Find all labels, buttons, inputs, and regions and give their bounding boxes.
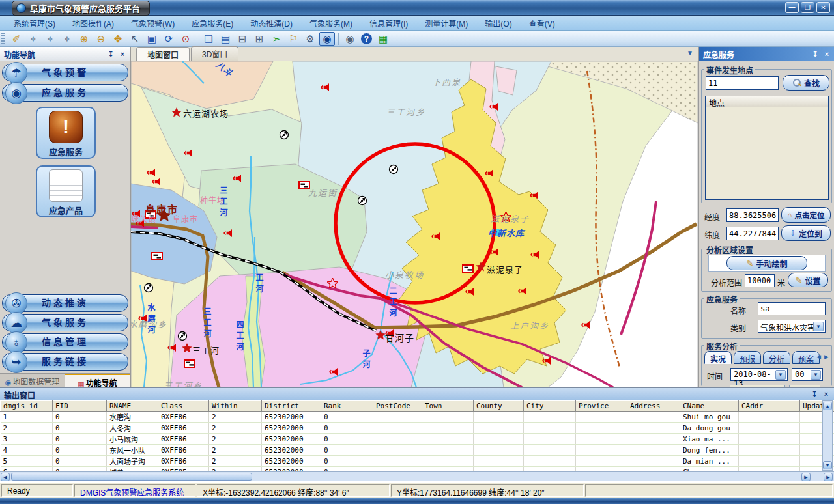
set-range-button[interactable]: ✎ 设置 — [788, 273, 828, 287]
service-type-select[interactable]: 气象和洪水灾害 ▼ — [758, 320, 826, 333]
sidebar-item-dynamic-deduction[interactable]: ✇ 动态推演 — [2, 294, 128, 312]
table-row[interactable]: 10水磨沟0XFF8626523020000Shui mo gou — [1, 412, 834, 423]
settings-icon[interactable]: ⚙ — [302, 32, 318, 46]
service-name-input[interactable] — [758, 302, 826, 315]
map-canvas[interactable]: 八斗 六运湖农场 三工河乡 下西泉 九运街 阜康市 城关镇 阜康市 种牛场 滋泥… — [131, 61, 698, 387]
scroll-right-icon[interactable]: ▶ — [801, 473, 811, 481]
table-column-header[interactable]: PostCode — [373, 401, 422, 412]
station-flag-icon[interactable] — [463, 265, 473, 272]
table-column-header[interactable]: Provice — [576, 401, 627, 412]
tab-plan[interactable]: 预案 — [792, 351, 820, 364]
scrollbar-thumb[interactable] — [11, 473, 252, 481]
monitor-station-icon[interactable] — [358, 197, 367, 205]
scroll-corner-icon[interactable]: ▶ — [824, 473, 833, 481]
tab-map-window[interactable]: 地图窗口 — [136, 47, 190, 61]
pin-icon[interactable]: ↧ — [810, 49, 820, 59]
help-icon[interactable]: ? — [361, 33, 372, 44]
table-column-header[interactable]: RNAME — [107, 401, 158, 412]
table-column-header[interactable]: CName — [680, 401, 739, 412]
table-row[interactable]: 40东风一小队0XFF8626523020000Dong fen... — [1, 445, 834, 456]
select-by-rect-icon[interactable]: ⌖ — [25, 32, 41, 46]
sidebar-item-info-management[interactable]: ♁ 信息管理 — [2, 333, 128, 351]
click-locate-button[interactable]: ⌂ 点击定位 — [781, 207, 831, 223]
tab-scroll-left-icon[interactable]: ◀ — [816, 354, 821, 360]
table-column-header[interactable]: Address — [627, 401, 680, 412]
menu-item[interactable]: 地图操作(A) — [64, 16, 122, 30]
station-flag-icon[interactable] — [184, 360, 195, 367]
sidebar-item-service-links[interactable]: ➥ 服务链接 — [2, 353, 128, 371]
tab-map-data-management[interactable]: ◉地图数据管理 — [0, 374, 65, 387]
location-list[interactable]: 地点 — [705, 96, 829, 200]
menu-item[interactable]: 应急服务(E) — [183, 16, 242, 30]
tab-3d-window[interactable]: 3D窗口 — [191, 46, 238, 61]
monitor-station-icon[interactable] — [390, 165, 398, 174]
sidebar-group-emergency-service[interactable]: ◉ 应急服务 — [2, 84, 128, 102]
station-flag-icon[interactable] — [145, 211, 156, 218]
restore-button[interactable]: ❐ — [801, 2, 814, 13]
close-icon[interactable]: × — [822, 49, 832, 59]
table-horizontal-scrollbar[interactable]: ◀ ▶ ▶ — [0, 471, 834, 481]
range-input[interactable] — [745, 274, 775, 287]
location-list-header[interactable]: 地点 — [706, 96, 828, 107]
menu-item[interactable]: 气象服务(M) — [301, 16, 361, 30]
clear-selection-icon[interactable]: ⌖ — [42, 32, 58, 46]
find-button[interactable]: 查找 — [783, 75, 829, 91]
close-icon[interactable]: × — [821, 389, 831, 399]
manual-draw-button[interactable]: ✎ 手动绘制 — [726, 256, 807, 270]
table-column-header[interactable]: Within — [209, 401, 262, 412]
table-column-header[interactable]: City — [524, 401, 576, 412]
measure-tool-icon[interactable]: ✐ — [8, 32, 24, 46]
go-arrow-icon[interactable]: ➣ — [268, 32, 284, 46]
identify-icon[interactable]: ⊙ — [178, 32, 194, 46]
toolbar-grip[interactable] — [1, 33, 5, 45]
table-row[interactable]: 20大冬沟0XFF8626523020000Da dong gou — [1, 423, 834, 434]
tab-analysis[interactable]: 分析 — [763, 351, 790, 364]
emergency-product-big-button[interactable]: 应急产品 — [36, 165, 96, 217]
pin-icon[interactable]: ↧ — [106, 49, 116, 59]
layers-icon[interactable]: ❏ — [201, 32, 216, 46]
placemark-icon[interactable]: ⚐ — [285, 32, 301, 46]
menu-item[interactable]: 测量计算(M) — [416, 16, 476, 30]
tab-scroll-right-icon[interactable]: ▶ — [824, 354, 829, 360]
scroll-down-icon[interactable]: ▼ — [823, 461, 832, 469]
full-extent-icon[interactable]: ▣ — [144, 32, 160, 46]
refresh-icon[interactable]: ⟳ — [161, 32, 177, 46]
menu-item[interactable]: 查看(V) — [521, 16, 564, 30]
zoom-out-icon[interactable]: ⊖ — [93, 32, 109, 46]
table-column-header[interactable]: CAddr — [739, 401, 800, 412]
monitor-station-icon[interactable] — [280, 131, 289, 139]
pin-icon[interactable]: ↧ — [809, 389, 820, 399]
chevron-down-icon[interactable]: ▼ — [687, 49, 693, 57]
export-map-icon[interactable]: ▤ — [218, 32, 233, 46]
table-row[interactable]: 60城关0XFF8526523020000Cheng guan — [1, 467, 834, 472]
monitor-station-icon[interactable] — [179, 332, 187, 341]
latitude-input[interactable] — [726, 227, 779, 240]
table-column-header[interactable]: dmgis_id — [1, 401, 53, 412]
table-column-header[interactable]: FID — [53, 401, 107, 412]
menu-item[interactable]: 输出(O) — [476, 16, 520, 30]
table-column-header[interactable]: County — [474, 401, 524, 412]
pointer-icon[interactable]: ↖ — [127, 32, 143, 46]
location-search-input[interactable] — [706, 76, 779, 90]
tab-live[interactable]: 实况 — [704, 351, 732, 364]
menu-item[interactable]: 气象预警(W) — [122, 16, 183, 30]
menu-item[interactable]: 信息管理(I) — [361, 16, 416, 30]
zoom-in-icon[interactable]: ⊕ — [76, 32, 92, 46]
locate-to-button[interactable]: ⇩ 定位到 — [781, 225, 831, 241]
scroll-left-icon[interactable]: ◀ — [1, 473, 10, 481]
select-feature-icon[interactable]: ⌖ — [59, 32, 75, 46]
menu-item[interactable]: 动态推演(D) — [242, 16, 301, 30]
globe-service-icon[interactable]: ◉ — [319, 32, 335, 46]
date-select[interactable]: 2010-08-13 ▼ — [730, 368, 788, 381]
table-row[interactable]: 30小马厩沟0XFF8626523020000Xiao ma ... — [1, 434, 834, 445]
table-column-header[interactable]: Rank — [321, 401, 373, 412]
table-row[interactable]: 50大面场子沟0XFF8626523020000Da mian ... — [1, 456, 834, 467]
close-icon[interactable]: × — [117, 49, 128, 59]
tab-forecast[interactable]: 预报 — [734, 351, 761, 364]
close-button[interactable]: ✕ — [816, 2, 830, 13]
table-column-header[interactable]: District — [262, 401, 321, 412]
chevron-down-icon[interactable]: ▼ — [813, 322, 824, 331]
eye-icon[interactable]: ◉ — [342, 32, 358, 46]
sidebar-group-weather-warning[interactable]: ☂ 气象预警 — [2, 64, 128, 81]
minimize-button[interactable]: — — [785, 2, 799, 13]
